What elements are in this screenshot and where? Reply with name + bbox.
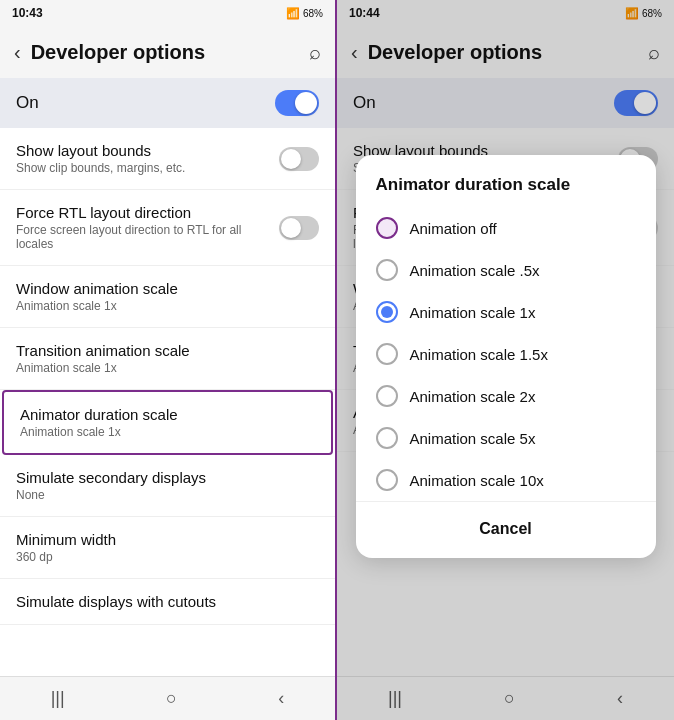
dialog-option-scale-2x[interactable]: Animation scale 2x (356, 375, 656, 417)
animator-duration-dialog: Animator duration scale Animation off An… (356, 155, 656, 558)
left-setting-secondary-displays[interactable]: Simulate secondary displays None (0, 455, 335, 517)
left-setting-transition-anim-text: Transition animation scale Animation sca… (16, 342, 319, 375)
left-setting-cutouts-text: Simulate displays with cutouts (16, 593, 319, 610)
left-setting-transition-anim[interactable]: Transition animation scale Animation sca… (0, 328, 335, 390)
radio-scale-1-5x (376, 343, 398, 365)
dialog-cancel-row: Cancel (356, 501, 656, 558)
dialog-option-scale-1-5x-label: Animation scale 1.5x (410, 346, 548, 363)
dialog-option-scale-1-5x[interactable]: Animation scale 1.5x (356, 333, 656, 375)
left-toggle-rtl[interactable] (279, 216, 319, 240)
dialog-title: Animator duration scale (356, 155, 656, 207)
dialog-option-scale-10x-label: Animation scale 10x (410, 472, 544, 489)
left-setting-show-layout-text: Show layout bounds Show clip bounds, mar… (16, 142, 279, 175)
left-setting-animator-duration-text: Animator duration scale Animation scale … (20, 406, 315, 439)
left-setting-cutouts[interactable]: Simulate displays with cutouts (0, 579, 335, 625)
left-toggle-layout[interactable] (279, 147, 319, 171)
left-panel: 10:43 📶 68% ‹ Developer options ⌕ On Sho… (0, 0, 337, 720)
dialog-backdrop[interactable]: Animator duration scale Animation off An… (337, 0, 674, 720)
left-header: ‹ Developer options ⌕ (0, 26, 335, 78)
left-setting-rtl-subtitle: Force screen layout direction to RTL for… (16, 223, 279, 251)
dialog-option-scale-1x-label: Animation scale 1x (410, 304, 536, 321)
radio-scale-half (376, 259, 398, 281)
left-back-icon[interactable]: ‹ (14, 41, 21, 64)
left-setting-animator-duration-title: Animator duration scale (20, 406, 315, 423)
dialog-option-scale-half-label: Animation scale .5x (410, 262, 540, 279)
left-nav-menu[interactable]: ||| (31, 680, 85, 717)
left-search-icon[interactable]: ⌕ (309, 41, 321, 64)
left-nav-home[interactable]: ○ (146, 680, 197, 717)
left-setting-min-width-subtitle: 360 dp (16, 550, 319, 564)
left-setting-transition-anim-title: Transition animation scale (16, 342, 319, 359)
left-on-label: On (16, 93, 39, 113)
left-status-bar: 10:43 📶 68% (0, 0, 335, 26)
left-setting-secondary-displays-text: Simulate secondary displays None (16, 469, 319, 502)
left-setting-rtl-title: Force RTL layout direction (16, 204, 279, 221)
dialog-option-scale-2x-label: Animation scale 2x (410, 388, 536, 405)
left-signal-icon: 📶 (286, 7, 300, 20)
left-setting-rtl[interactable]: Force RTL layout direction Force screen … (0, 190, 335, 266)
left-setting-cutouts-title: Simulate displays with cutouts (16, 593, 319, 610)
right-panel: 10:44 📶 68% ‹ Developer options ⌕ On Sho… (337, 0, 674, 720)
left-setting-show-layout[interactable]: Show layout bounds Show clip bounds, mar… (0, 128, 335, 190)
left-setting-transition-anim-subtitle: Animation scale 1x (16, 361, 319, 375)
left-setting-secondary-displays-subtitle: None (16, 488, 319, 502)
left-nav-back[interactable]: ‹ (258, 680, 304, 717)
radio-scale-1x (376, 301, 398, 323)
left-setting-window-anim[interactable]: Window animation scale Animation scale 1… (0, 266, 335, 328)
radio-scale-10x (376, 469, 398, 491)
left-status-icons: 📶 68% (286, 7, 323, 20)
left-setting-min-width-text: Minimum width 360 dp (16, 531, 319, 564)
radio-animation-off (376, 217, 398, 239)
dialog-option-scale-5x[interactable]: Animation scale 5x (356, 417, 656, 459)
left-setting-window-anim-title: Window animation scale (16, 280, 319, 297)
dialog-option-animation-off-label: Animation off (410, 220, 497, 237)
left-time: 10:43 (12, 6, 43, 20)
dialog-option-scale-1x[interactable]: Animation scale 1x (356, 291, 656, 333)
left-setting-min-width-title: Minimum width (16, 531, 319, 548)
dialog-option-scale-10x[interactable]: Animation scale 10x (356, 459, 656, 501)
left-setting-rtl-text: Force RTL layout direction Force screen … (16, 204, 279, 251)
dialog-cancel-button[interactable]: Cancel (455, 516, 555, 542)
left-setting-animator-duration[interactable]: Animator duration scale Animation scale … (2, 390, 333, 455)
left-bottom-nav: ||| ○ ‹ (0, 676, 335, 720)
left-settings-list: Show layout bounds Show clip bounds, mar… (0, 128, 335, 676)
left-setting-window-anim-subtitle: Animation scale 1x (16, 299, 319, 313)
left-setting-min-width[interactable]: Minimum width 360 dp (0, 517, 335, 579)
left-setting-window-anim-text: Window animation scale Animation scale 1… (16, 280, 319, 313)
left-battery: 68% (303, 8, 323, 19)
left-on-off-row: On (0, 78, 335, 128)
radio-scale-5x (376, 427, 398, 449)
left-setting-show-layout-title: Show layout bounds (16, 142, 279, 159)
left-toggle[interactable] (275, 90, 319, 116)
dialog-option-scale-half[interactable]: Animation scale .5x (356, 249, 656, 291)
dialog-option-animation-off[interactable]: Animation off (356, 207, 656, 249)
left-setting-secondary-displays-title: Simulate secondary displays (16, 469, 319, 486)
dialog-option-scale-5x-label: Animation scale 5x (410, 430, 536, 447)
left-header-title: Developer options (31, 41, 309, 64)
radio-scale-2x (376, 385, 398, 407)
left-setting-show-layout-subtitle: Show clip bounds, margins, etc. (16, 161, 279, 175)
left-setting-animator-duration-subtitle: Animation scale 1x (20, 425, 315, 439)
